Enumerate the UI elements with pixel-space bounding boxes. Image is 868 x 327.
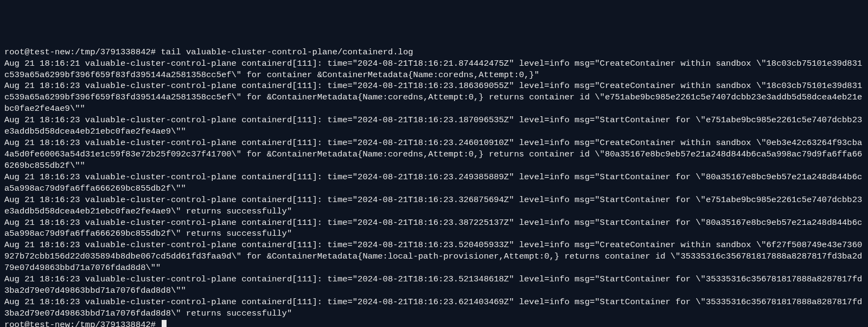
prompt-separator: # bbox=[151, 320, 156, 327]
prompt-host: test-new bbox=[30, 320, 70, 327]
prompt-cwd: /tmp/3791338842 bbox=[75, 320, 151, 327]
log-line: Aug 21 18:16:23 valuable-cluster-control… bbox=[4, 195, 862, 216]
log-line: Aug 21 18:16:23 valuable-cluster-control… bbox=[4, 297, 862, 318]
log-line: Aug 21 18:16:23 valuable-cluster-control… bbox=[4, 218, 862, 239]
log-line: Aug 21 18:16:23 valuable-cluster-control… bbox=[4, 172, 862, 193]
terminal-output[interactable]: root@test-new:/tmp/3791338842# tail valu… bbox=[4, 47, 864, 327]
prompt-line-idle: root@test-new:/tmp/3791338842# bbox=[4, 320, 167, 327]
log-line: Aug 21 18:16:23 valuable-cluster-control… bbox=[4, 81, 862, 114]
log-line: Aug 21 18:16:23 valuable-cluster-control… bbox=[4, 240, 862, 273]
prompt-cwd: /tmp/3791338842 bbox=[75, 47, 151, 57]
log-line: Aug 21 18:16:21 valuable-cluster-control… bbox=[4, 59, 862, 80]
prompt-host: test-new bbox=[30, 47, 70, 57]
prompt-line-command: root@test-new:/tmp/3791338842# tail valu… bbox=[4, 47, 413, 57]
prompt-command: tail valuable-cluster-control-plane/cont… bbox=[161, 47, 413, 57]
log-line: Aug 21 18:16:23 valuable-cluster-control… bbox=[4, 115, 862, 136]
log-line: Aug 21 18:16:23 valuable-cluster-control… bbox=[4, 274, 862, 295]
prompt-user: root bbox=[4, 47, 24, 57]
prompt-user: root bbox=[4, 320, 24, 327]
log-line: Aug 21 18:16:23 valuable-cluster-control… bbox=[4, 138, 862, 171]
prompt-separator: # bbox=[151, 47, 156, 57]
cursor-icon bbox=[162, 320, 167, 327]
